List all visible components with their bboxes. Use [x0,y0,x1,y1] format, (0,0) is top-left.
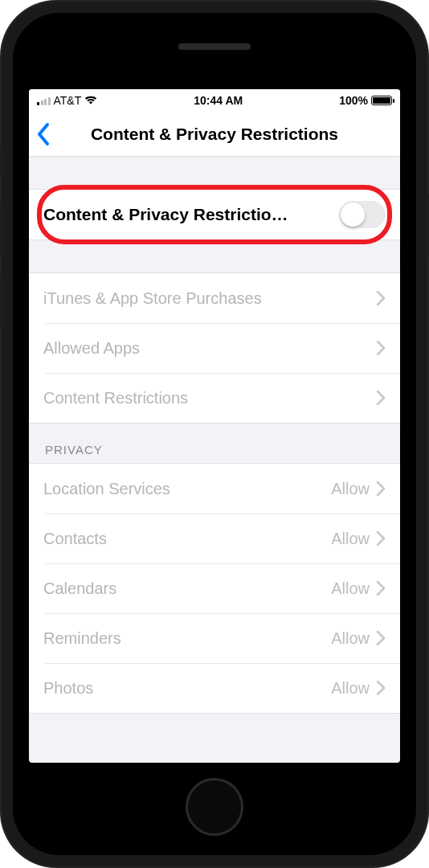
allowed-apps-row[interactable]: Allowed Apps [29,323,400,373]
chevron-right-icon [376,581,386,596]
cell-value: Allow [331,579,370,598]
cell-label: Location Services [43,480,331,498]
page-title: Content & Privacy Restrictions [29,125,400,144]
settings-group-1: iTunes & App Store Purchases Allowed App… [29,272,400,424]
earpiece-speaker [178,43,251,50]
content-privacy-toggle-row[interactable]: Content & Privacy Restrictio… [29,190,400,240]
status-time: 10:44 AM [194,94,243,107]
toggle-group: Content & Privacy Restrictio… [29,189,400,240]
chevron-right-icon [376,291,386,305]
reminders-row[interactable]: Reminders Allow [29,613,400,663]
cell-label: Content Restrictions [43,389,376,407]
chevron-right-icon [376,631,386,645]
privacy-group: Location Services Allow Contacts Allow C… [29,463,400,714]
nav-bar: Content & Privacy Restrictions [29,112,400,157]
cell-value: Allow [331,480,370,498]
screen: AT&T 10:44 AM 100% Content & Privacy Res… [29,89,400,763]
cell-label: Allowed Apps [43,339,376,358]
back-button[interactable] [35,122,53,146]
battery-icon [371,96,392,105]
content-restrictions-row[interactable]: Content Restrictions [29,373,400,423]
cell-label: iTunes & App Store Purchases [43,289,376,308]
cellular-signal-icon [37,96,51,105]
privacy-section-header: PRIVACY [29,424,400,463]
contacts-row[interactable]: Contacts Allow [29,514,400,563]
wifi-icon [84,96,97,105]
photos-row[interactable]: Photos Allow [29,663,400,713]
toggle-label: Content & Privacy Restrictio… [43,205,339,224]
content-privacy-toggle[interactable] [339,201,386,228]
cell-value: Allow [331,530,370,548]
content-scroll[interactable]: Content & Privacy Restrictio… iTunes & A… [29,157,400,763]
itunes-purchases-row[interactable]: iTunes & App Store Purchases [29,273,400,323]
phone-frame: AT&T 10:44 AM 100% Content & Privacy Res… [0,0,429,868]
status-right: 100% [339,94,392,107]
cell-label: Reminders [43,629,331,648]
battery-percent: 100% [339,94,368,107]
status-bar: AT&T 10:44 AM 100% [29,89,400,112]
volume-down [0,273,1,330]
location-services-row[interactable]: Location Services Allow [29,464,400,514]
cell-value: Allow [331,629,370,648]
home-button[interactable] [186,778,243,836]
cell-label: Photos [43,679,331,698]
cell-value: Allow [331,679,370,698]
calendars-row[interactable]: Calendars Allow [29,563,400,613]
chevron-right-icon [376,391,386,405]
status-left: AT&T [37,94,97,107]
carrier-label: AT&T [54,94,82,107]
chevron-right-icon [376,681,386,695]
volume-up [0,201,1,257]
chevron-right-icon [376,341,386,355]
chevron-right-icon [376,481,386,496]
mute-switch [0,145,1,177]
phone-bezel: AT&T 10:44 AM 100% Content & Privacy Res… [13,13,416,855]
cell-label: Contacts [43,530,331,548]
cell-label: Calendars [43,579,331,598]
chevron-right-icon [376,531,386,546]
